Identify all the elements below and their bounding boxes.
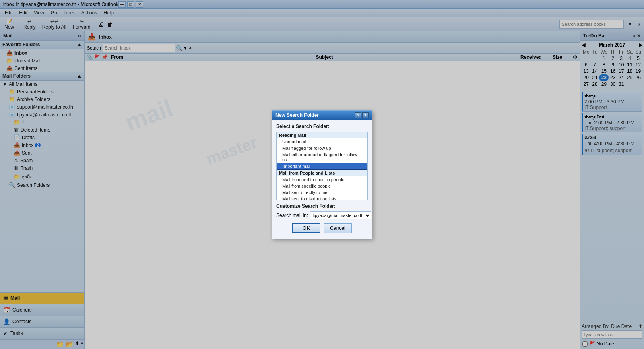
new-search-folder-dialog: New Search Folder ? ✕ Select a Search Fo… <box>272 110 372 239</box>
dialog-buttons: OK Cancel <box>276 223 368 233</box>
search-mail-select[interactable]: tipyada@mailmaster.co.th <box>310 211 371 219</box>
dialog-overlay: New Search Folder ? ✕ Select a Search Fo… <box>0 0 644 349</box>
dialog-controls: ? ✕ <box>355 112 369 118</box>
sf-from-to-specific[interactable]: Mail from and to specific people <box>277 176 367 183</box>
sf-flagged[interactable]: Mail flagged for follow up <box>277 145 367 151</box>
sf-unread-mail[interactable]: Unread mail <box>277 138 367 145</box>
group-reading-mail[interactable]: Reading Mail <box>277 132 367 138</box>
group-people-lists[interactable]: Mail from People and Lists <box>277 170 367 176</box>
search-mail-label: Search mail in: <box>276 213 308 218</box>
dialog-titlebar: New Search Folder ? ✕ <box>272 111 372 120</box>
sf-unread-or-flagged[interactable]: Mail either unread or flagged for follow… <box>277 151 367 163</box>
sf-from-specific[interactable]: Mail from specific people <box>277 183 367 189</box>
cancel-button[interactable]: Cancel <box>324 223 352 233</box>
customize-label: Customize Search Folder: <box>276 203 368 209</box>
select-folder-label: Select a Search Folder: <box>276 124 368 129</box>
ok-button[interactable]: OK <box>292 223 320 233</box>
sf-important-mail[interactable]: Important mail <box>277 163 367 170</box>
dialog-content: Select a Search Folder: Reading Mail Unr… <box>272 120 372 237</box>
dialog-help-button[interactable]: ? <box>355 112 361 118</box>
dialog-title: New Search Folder <box>275 112 319 118</box>
dialog-close-button[interactable]: ✕ <box>362 112 369 118</box>
sf-distribution-lists[interactable]: Mail sent to distribution lists <box>277 196 367 200</box>
search-mail-row: Search mail in: tipyada@mailmaster.co.th <box>276 211 368 219</box>
sf-sent-directly[interactable]: Mail sent directly to me <box>277 189 367 196</box>
search-folder-list[interactable]: Reading Mail Unread mail Mail flagged fo… <box>276 132 368 200</box>
